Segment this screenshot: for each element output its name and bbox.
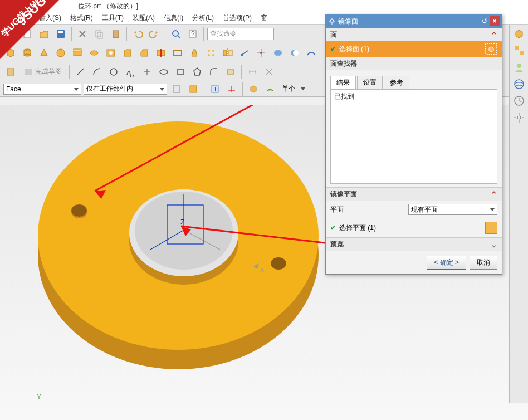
surface-icon[interactable] <box>304 46 319 60</box>
save-icon[interactable] <box>53 27 68 41</box>
start-dropdown-icon[interactable] <box>3 27 18 41</box>
unite-icon[interactable] <box>271 46 285 60</box>
menu-view[interactable]: 视图(V) <box>4 12 33 24</box>
polygon-icon[interactable] <box>190 65 204 79</box>
rail-assembly-icon[interactable] <box>512 43 526 58</box>
spline-icon[interactable] <box>123 65 138 79</box>
revolve-icon[interactable] <box>87 46 101 60</box>
undo-icon[interactable] <box>130 27 145 41</box>
plane-icon[interactable] <box>485 222 497 234</box>
svg-point-75 <box>515 82 524 86</box>
circle-icon[interactable] <box>106 65 121 79</box>
sphere-icon[interactable] <box>53 46 68 60</box>
open-icon[interactable] <box>37 27 51 41</box>
pattern-icon[interactable] <box>204 46 218 60</box>
single-select-combo[interactable]: 单个 <box>280 84 307 95</box>
datum-icon[interactable] <box>237 46 252 60</box>
chamfer-icon[interactable] <box>137 46 151 60</box>
paste-icon[interactable] <box>109 27 123 41</box>
draft-icon[interactable] <box>187 46 202 60</box>
subtract-icon[interactable] <box>287 46 302 60</box>
type-filter-combo[interactable]: Face <box>3 84 81 95</box>
help-icon[interactable]: ? <box>185 27 200 41</box>
block-icon[interactable] <box>3 46 18 60</box>
check-icon: ✔ <box>330 224 336 232</box>
menu-info[interactable]: 信息(I) <box>160 12 187 24</box>
svg-point-24 <box>208 54 210 56</box>
menu-format[interactable]: 格式(R) <box>67 12 96 24</box>
tab-result[interactable]: 结果 <box>330 76 356 89</box>
select-plane-row[interactable]: ✔ 选择平面 (1) <box>326 218 502 237</box>
svg-point-74 <box>515 80 524 89</box>
copy-icon[interactable] <box>92 27 106 41</box>
svg-rect-37 <box>7 69 14 75</box>
dialog-titlebar[interactable]: 镜像面 ↺ × <box>326 14 502 28</box>
found-list[interactable]: 已找到 <box>330 89 497 184</box>
rail-history-icon[interactable] <box>512 94 526 108</box>
mirror-icon[interactable] <box>221 46 235 60</box>
command-finder-icon[interactable] <box>169 27 183 41</box>
ok-button[interactable]: < 确定 > <box>427 256 466 270</box>
face-cube-icon[interactable] <box>485 43 497 55</box>
filter-sheet-icon[interactable] <box>263 82 277 96</box>
mirror-face-dialog: 镜像面 ↺ × 面⌃ ✔ 选择面 (1) 面查找器 结果 设置 参考 已找到 镜… <box>325 14 502 275</box>
sketch-icon[interactable] <box>3 65 18 79</box>
dialog-close-icon[interactable]: × <box>490 16 500 26</box>
hole-icon[interactable] <box>104 46 118 60</box>
tab-settings[interactable]: 设置 <box>357 76 383 89</box>
cut-icon[interactable] <box>75 27 90 41</box>
tab-reference[interactable]: 参考 <box>384 76 409 89</box>
svg-rect-15 <box>74 49 81 52</box>
constraint-icon[interactable] <box>262 65 276 79</box>
line-icon[interactable] <box>73 65 87 79</box>
extrude-icon[interactable] <box>70 46 85 60</box>
found-label: 已找到 <box>334 92 493 101</box>
rail-roles-icon[interactable] <box>512 60 526 75</box>
trim-icon[interactable] <box>154 46 168 60</box>
fillet-icon[interactable] <box>207 65 221 79</box>
point-icon[interactable] <box>254 46 268 60</box>
section-face[interactable]: 面⌃ <box>326 28 502 41</box>
menu-insert[interactable]: 插入(S) <box>36 12 65 24</box>
redo-icon[interactable] <box>147 27 162 41</box>
svg-rect-29 <box>241 54 243 56</box>
point2-icon[interactable] <box>140 65 154 79</box>
svg-point-82 <box>330 19 334 23</box>
filter-btn-3-icon[interactable]: + <box>208 82 222 96</box>
menu-preferences[interactable]: 首选项(P) <box>219 12 255 24</box>
section-mirror-plane[interactable]: 镜像平面⌃ <box>326 187 502 201</box>
offset-icon[interactable] <box>223 65 238 79</box>
section-preview[interactable]: 预览⌄ <box>326 237 502 251</box>
title-bar: 位环.prt （修改的）] <box>0 0 528 12</box>
dim-icon[interactable] <box>245 65 260 79</box>
menu-window[interactable]: 窗 <box>257 12 271 24</box>
select-face-row[interactable]: ✔ 选择面 (1) <box>326 41 502 57</box>
cone-icon[interactable] <box>37 46 51 60</box>
plane-option-combo[interactable]: 现有平面 <box>408 204 497 215</box>
cylinder-icon[interactable] <box>20 46 35 60</box>
dialog-buttons: < 确定 > 取消 <box>326 251 502 274</box>
menu-analysis[interactable]: 分析(L) <box>189 12 217 24</box>
rail-model-icon[interactable] <box>512 27 526 41</box>
section-finder[interactable]: 面查找器 <box>326 57 502 70</box>
ellipse-icon[interactable] <box>157 65 171 79</box>
rail-web-icon[interactable] <box>512 77 526 91</box>
shell-icon[interactable] <box>170 46 185 60</box>
menu-assembly[interactable]: 装配(A) <box>129 12 158 24</box>
menu-tools[interactable]: 工具(T) <box>99 12 127 24</box>
command-search-input[interactable]: 查找命令 <box>207 28 274 40</box>
dialog-reset-icon[interactable]: ↺ <box>480 16 490 26</box>
filter-solid-icon[interactable] <box>246 82 261 96</box>
finish-sketch-icon[interactable]: 完成草图 <box>20 65 66 79</box>
arc-icon[interactable] <box>90 65 104 79</box>
filter-btn-4-icon[interactable] <box>224 82 239 96</box>
filter-btn-1-icon[interactable] <box>169 82 184 96</box>
cancel-button[interactable]: 取消 <box>470 256 497 270</box>
filter-btn-2-icon[interactable] <box>186 82 201 96</box>
rail-settings-icon[interactable] <box>512 110 526 125</box>
rectangle-icon[interactable] <box>173 65 188 79</box>
blend-icon[interactable] <box>120 46 135 60</box>
scope-filter-combo[interactable]: 仅在工作部件内 <box>84 84 167 95</box>
svg-rect-45 <box>227 70 234 74</box>
new-icon[interactable] <box>20 27 35 41</box>
